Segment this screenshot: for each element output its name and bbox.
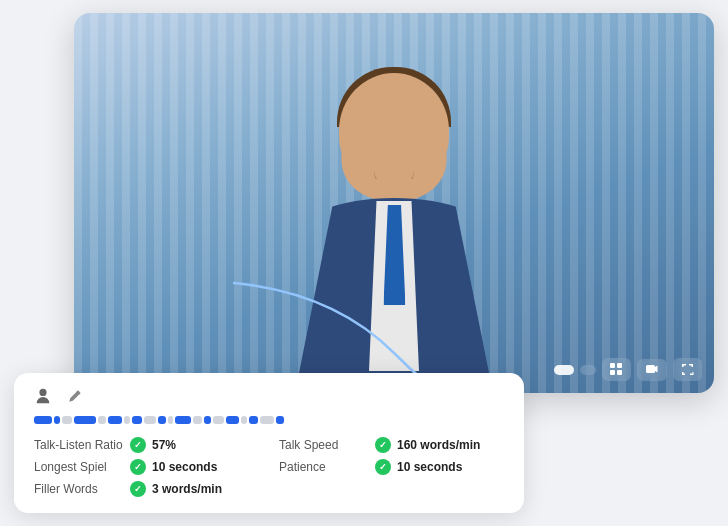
video-panel bbox=[74, 13, 714, 393]
timeline-segment bbox=[276, 416, 284, 424]
timeline-segment bbox=[260, 416, 274, 424]
svg-rect-1 bbox=[617, 363, 622, 368]
stats-card: Talk-Listen Ratio57%Talk Speed160 words/… bbox=[14, 373, 524, 513]
check-icon bbox=[130, 459, 146, 475]
fullscreen-button[interactable] bbox=[673, 358, 702, 381]
video-toolbar bbox=[554, 358, 702, 381]
svg-rect-0 bbox=[610, 363, 615, 368]
check-icon bbox=[130, 437, 146, 453]
timeline-segment bbox=[204, 416, 211, 424]
user-icon bbox=[34, 387, 52, 405]
stat-row: Patience10 seconds bbox=[279, 459, 504, 475]
person-figure bbox=[244, 53, 544, 393]
timeline-segment bbox=[144, 416, 156, 424]
edit-icon[interactable] bbox=[68, 389, 82, 403]
check-icon bbox=[375, 437, 391, 453]
timeline-segment bbox=[226, 416, 239, 424]
timeline-segment bbox=[249, 416, 258, 424]
stat-row: Talk Speed160 words/min bbox=[279, 437, 504, 453]
timeline-segment bbox=[132, 416, 142, 424]
stat-label: Filler Words bbox=[34, 482, 124, 496]
card-header bbox=[34, 387, 504, 405]
timeline-segment bbox=[54, 416, 60, 424]
fullscreen-icon bbox=[681, 363, 694, 376]
stat-row: Longest Spiel10 seconds bbox=[34, 459, 259, 475]
stat-label: Talk-Listen Ratio bbox=[34, 438, 124, 452]
timeline-segment bbox=[62, 416, 72, 424]
stats-grid: Talk-Listen Ratio57%Talk Speed160 words/… bbox=[34, 437, 504, 497]
grid-icon bbox=[610, 363, 623, 376]
svg-rect-2 bbox=[610, 370, 615, 375]
timeline-segment bbox=[168, 416, 173, 424]
timeline-segment bbox=[74, 416, 96, 424]
timeline-segment bbox=[175, 416, 191, 424]
grid-button[interactable] bbox=[602, 358, 631, 381]
timeline-segment bbox=[193, 416, 202, 424]
timeline-bar bbox=[34, 415, 504, 425]
svg-rect-3 bbox=[617, 370, 622, 375]
stat-value: 57% bbox=[152, 438, 176, 452]
speed-button[interactable] bbox=[554, 365, 574, 375]
check-icon bbox=[375, 459, 391, 475]
stat-row: Talk-Listen Ratio57% bbox=[34, 437, 259, 453]
stat-row: Filler Words3 words/min bbox=[34, 481, 259, 497]
stat-value: 3 words/min bbox=[152, 482, 222, 496]
cc-button[interactable] bbox=[580, 365, 596, 375]
stat-value: 10 seconds bbox=[397, 460, 462, 474]
timeline-segment bbox=[34, 416, 52, 424]
timeline-segment bbox=[124, 416, 130, 424]
stat-value: 160 words/min bbox=[397, 438, 480, 452]
timeline-segment bbox=[213, 416, 224, 424]
stat-label: Talk Speed bbox=[279, 438, 369, 452]
stat-label: Longest Spiel bbox=[34, 460, 124, 474]
timeline-segment bbox=[158, 416, 166, 424]
stat-value: 10 seconds bbox=[152, 460, 217, 474]
check-icon bbox=[130, 481, 146, 497]
camera-icon bbox=[645, 364, 659, 376]
timeline-segment bbox=[108, 416, 122, 424]
person-head bbox=[339, 73, 449, 188]
timeline-segment bbox=[241, 416, 247, 424]
camera-button[interactable] bbox=[637, 359, 667, 381]
timeline-segment bbox=[98, 416, 106, 424]
main-container: Talk-Listen Ratio57%Talk Speed160 words/… bbox=[14, 13, 714, 513]
stat-label: Patience bbox=[279, 460, 369, 474]
